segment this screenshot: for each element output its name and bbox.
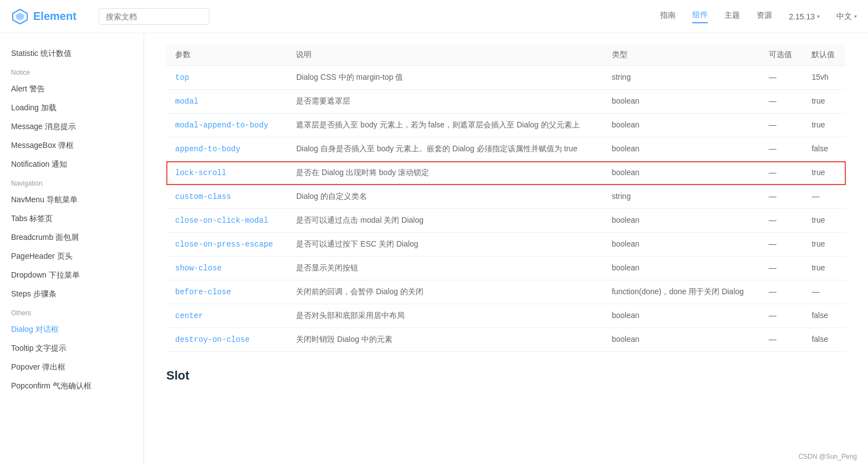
attr-name-cell: modal	[166, 90, 287, 114]
attr-options-cell: —	[760, 137, 803, 161]
sidebar: Statistic 统计数值 Notice Alert 警告 Loading 加…	[0, 33, 144, 466]
attr-default-cell: true	[803, 161, 846, 185]
nav-theme[interactable]: 主题	[724, 11, 740, 23]
attr-name-cell: append-to-body	[166, 137, 287, 161]
nav-resource[interactable]: 资源	[757, 11, 772, 23]
attr-type-cell: string	[603, 185, 760, 209]
attr-options-cell: —	[760, 185, 803, 209]
nav-guide[interactable]: 指南	[660, 11, 676, 23]
table-row: lock-scroll是否在 Dialog 出现时将 body 滚动锁定bool…	[166, 161, 846, 185]
sidebar-item-dialog[interactable]: Dialog 对话框	[0, 320, 144, 339]
nav-links: 指南 组件 主题 资源 2.15.13 ▾ 中文 ▾	[660, 10, 857, 23]
attr-name-cell: custom-class	[166, 185, 287, 209]
sidebar-item-pageheader[interactable]: PageHeader 页头	[0, 247, 144, 266]
sidebar-section-navigation: Navigation	[0, 174, 144, 191]
footer-note: CSDN @Sun_Peng	[798, 453, 857, 460]
sidebar-item-steps[interactable]: Steps 步骤条	[0, 285, 144, 304]
attr-name-cell: center	[166, 304, 287, 328]
layout: Statistic 统计数值 Notice Alert 警告 Loading 加…	[0, 33, 868, 466]
attr-default-cell: 15vh	[803, 66, 846, 90]
attr-options-cell: —	[760, 257, 803, 280]
col-param: 参数	[166, 44, 287, 66]
attr-type-cell: boolean	[603, 137, 760, 161]
table-row: modal-append-to-body遮罩层是否插入至 body 元素上，若为…	[166, 114, 846, 137]
sidebar-item-messagebox[interactable]: MessageBox 弹框	[0, 136, 144, 155]
attr-options-cell: —	[760, 233, 803, 257]
sidebar-item-breadcrumb[interactable]: Breadcrumb 面包屑	[0, 228, 144, 247]
table-row: topDialog CSS 中的 margin-top 值string—15vh	[166, 66, 846, 90]
attr-name-cell: close-on-press-escape	[166, 233, 287, 257]
attr-options-cell: —	[760, 66, 803, 90]
attr-desc-cell: 是否可以通过按下 ESC 关闭 Dialog	[287, 233, 603, 257]
attr-name-cell: close-on-click-modal	[166, 209, 287, 233]
sidebar-item-popover[interactable]: Popover 弹出框	[0, 358, 144, 377]
attr-desc-cell: 关闭前的回调，会暂停 Dialog 的关闭	[287, 280, 603, 304]
attr-options-cell: —	[760, 209, 803, 233]
attr-name-cell: lock-scroll	[166, 161, 287, 185]
attr-desc-cell: Dialog 的自定义类名	[287, 185, 603, 209]
table-row: before-close关闭前的回调，会暂停 Dialog 的关闭functio…	[166, 280, 846, 304]
table-row: close-on-press-escape是否可以通过按下 ESC 关闭 Dia…	[166, 233, 846, 257]
attr-type-cell: boolean	[603, 328, 760, 352]
sidebar-item-tabs[interactable]: Tabs 标签页	[0, 209, 144, 228]
attr-desc-cell: 关闭时销毁 Dialog 中的元素	[287, 328, 603, 352]
attr-options-cell: —	[760, 90, 803, 114]
sidebar-item-popconfirm[interactable]: Popconfirm 气泡确认框	[0, 377, 144, 396]
search-box[interactable]	[99, 8, 210, 25]
element-logo-icon	[11, 8, 29, 25]
attr-type-cell: boolean	[603, 114, 760, 137]
language-selector[interactable]: 中文 ▾	[836, 12, 857, 22]
logo-text: Element	[33, 10, 76, 23]
sidebar-item-dropdown[interactable]: Dropdown 下拉菜单	[0, 266, 144, 285]
version-chevron-icon: ▾	[817, 13, 820, 19]
slot-heading: Slot	[166, 368, 846, 383]
attributes-table: 参数 说明 类型 可选值 默认值 topDialog CSS 中的 margin…	[166, 44, 846, 352]
sidebar-section-others: Others	[0, 304, 144, 320]
sidebar-item-loading[interactable]: Loading 加载	[0, 99, 144, 117]
attr-default-cell: true	[803, 90, 846, 114]
col-default: 默认值	[803, 44, 846, 66]
attr-default-cell: false	[803, 137, 846, 161]
version-selector[interactable]: 2.15.13 ▾	[789, 12, 820, 21]
svg-marker-1	[16, 13, 24, 21]
col-desc: 说明	[287, 44, 603, 66]
attr-default-cell: —	[803, 185, 846, 209]
attr-default-cell: —	[803, 280, 846, 304]
sidebar-item-notification[interactable]: Notification 通知	[0, 155, 144, 174]
sidebar-item-alert[interactable]: Alert 警告	[0, 80, 144, 99]
attr-options-cell: —	[760, 161, 803, 185]
logo[interactable]: Element	[11, 8, 76, 25]
attr-options-cell: —	[760, 328, 803, 352]
header: Element 指南 组件 主题 资源 2.15.13 ▾ 中文 ▾	[0, 0, 868, 33]
attr-default-cell: false	[803, 304, 846, 328]
attr-desc-cell: 是否可以通过点击 modal 关闭 Dialog	[287, 209, 603, 233]
lang-chevron-icon: ▾	[854, 13, 857, 19]
sidebar-item-tooltip[interactable]: Tooltip 文字提示	[0, 339, 144, 358]
attr-type-cell: boolean	[603, 257, 760, 280]
sidebar-item-message[interactable]: Message 消息提示	[0, 117, 144, 136]
col-options: 可选值	[760, 44, 803, 66]
attr-desc-cell: 是否对头部和底部采用居中布局	[287, 304, 603, 328]
table-row: modal是否需要遮罩层boolean—true	[166, 90, 846, 114]
attr-options-cell: —	[760, 280, 803, 304]
attr-desc-cell: 遮罩层是否插入至 body 元素上，若为 false，则遮罩层会插入至 Dial…	[287, 114, 603, 137]
attr-default-cell: true	[803, 209, 846, 233]
attr-desc-cell: 是否在 Dialog 出现时将 body 滚动锁定	[287, 161, 603, 185]
table-row: destroy-on-close关闭时销毁 Dialog 中的元素boolean…	[166, 328, 846, 352]
attr-options-cell: —	[760, 304, 803, 328]
sidebar-item-statistic[interactable]: Statistic 统计数值	[0, 44, 144, 63]
attr-name-cell: modal-append-to-body	[166, 114, 287, 137]
attr-options-cell: —	[760, 114, 803, 137]
attr-default-cell: false	[803, 328, 846, 352]
table-row: custom-classDialog 的自定义类名string——	[166, 185, 846, 209]
attr-desc-cell: 是否需要遮罩层	[287, 90, 603, 114]
attr-name-cell: before-close	[166, 280, 287, 304]
attr-type-cell: boolean	[603, 233, 760, 257]
attr-type-cell: boolean	[603, 161, 760, 185]
attr-type-cell: boolean	[603, 304, 760, 328]
search-input[interactable]	[99, 8, 210, 25]
table-row: center是否对头部和底部采用居中布局boolean—false	[166, 304, 846, 328]
nav-component[interactable]: 组件	[692, 10, 708, 23]
sidebar-item-navmenu[interactable]: NavMenu 导航菜单	[0, 191, 144, 209]
table-row: close-on-click-modal是否可以通过点击 modal 关闭 Di…	[166, 209, 846, 233]
